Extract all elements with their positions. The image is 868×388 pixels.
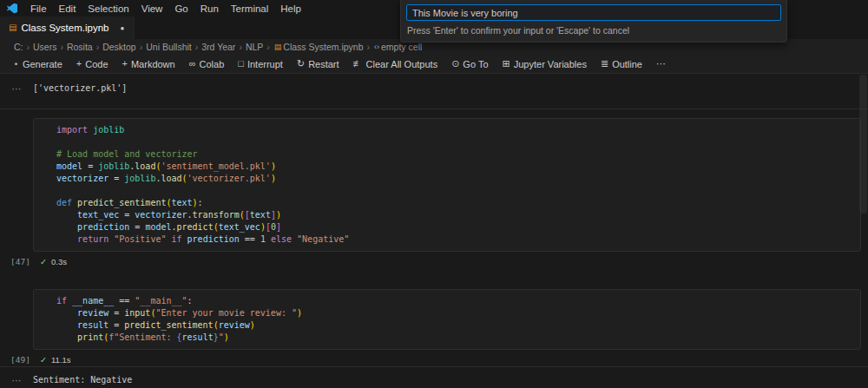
quick-input-widget: Press 'Enter' to confirm your input or '… (400, 0, 787, 43)
collapsed-cell-icon[interactable]: ⋯ (0, 82, 33, 95)
scrollbar[interactable] (859, 75, 867, 214)
toolbar-jupyter-variables-button[interactable]: ⊞Jupyter Variables (496, 57, 593, 71)
toolbar-add-code-button[interactable]: +Code (70, 57, 115, 71)
code-line: model = joblib.load('sentiment_model.pkl… (56, 161, 853, 173)
toolbar-add-markdown-label: Markdown (131, 59, 175, 69)
code-line (56, 136, 853, 148)
menu-bar: FileEditSelectionViewGoRunTerminalHelp (24, 2, 307, 16)
code-line: def predict_sentiment(text): (56, 197, 853, 209)
menu-item-run[interactable]: Run (194, 2, 225, 16)
breadcrumb-item[interactable]: Rosita (65, 42, 95, 52)
code-line (56, 185, 853, 197)
code-line: if __name__ == "__main__": (56, 295, 853, 307)
code-cell[interactable]: import joblib # Load model and vectorize… (33, 118, 861, 252)
breadcrumb-item[interactable]: Desktop (101, 42, 138, 52)
breadcrumb-item[interactable]: empty cell (379, 42, 424, 52)
breadcrumb-separator-icon: › (25, 42, 32, 52)
breadcrumb-item[interactable]: 3rd Year (200, 42, 237, 52)
code-line: text_vec = vectorizer.transform([text]) (56, 209, 853, 221)
breadcrumb-separator-icon: › (365, 42, 372, 52)
outline-list-icon: ≣ (601, 59, 608, 69)
notebook-file-icon: ▤ (274, 43, 282, 51)
cell-output-row: ⋯Sentiment: Negative (0, 367, 868, 388)
toolbar-clear-all-outputs-label: Clear All Outputs (366, 59, 438, 69)
code-line: print(f"Sentiment: {result}") (56, 332, 853, 344)
modified-dot-icon[interactable]: ● (120, 24, 124, 32)
quick-input-field[interactable] (406, 4, 781, 21)
breadcrumb-item[interactable]: Uni Bullshit (144, 42, 194, 52)
success-check-icon: ✓ (40, 355, 47, 365)
ellipsis-icon: ⋯ (656, 59, 666, 69)
toolbar-add-markdown-button[interactable]: +Markdown (116, 57, 181, 71)
toolbar-go-to-label: Go To (463, 59, 488, 69)
toolbar-restart-button[interactable]: ↻Restart (291, 57, 345, 71)
clear-all-icon: ≢ (353, 59, 363, 69)
breadcrumb-separator-icon: › (237, 42, 244, 52)
go-to-icon: ⊙ (451, 59, 459, 69)
code-line: prediction = model.predict(text_vec)[0] (56, 221, 853, 233)
toolbar-outline-label: Outline (612, 59, 642, 69)
toolbar-add-code-label: Code (85, 59, 108, 69)
breadcrumb-separator-icon: › (95, 42, 102, 52)
quick-input-hint: Press 'Enter' to confirm your input or '… (406, 21, 781, 42)
menu-item-edit[interactable]: Edit (53, 2, 82, 16)
toolbar-clear-all-outputs-button[interactable]: ≢Clear All Outputs (347, 57, 444, 71)
breadcrumb-separator-icon: › (194, 42, 201, 52)
toolbar-interrupt-label: Interrupt (247, 59, 283, 69)
execution-time: 11.1s (51, 355, 71, 365)
notebook-toolbar: ⋆Generate+Code+Markdown∞Colab□Interrupt↻… (0, 55, 868, 74)
breadcrumb-separator-icon: › (265, 42, 272, 52)
menu-item-go[interactable]: Go (168, 2, 194, 16)
cell-status-bar: [49]✓11.1s (0, 352, 868, 366)
menu-item-view[interactable]: View (135, 2, 169, 16)
execution-count: [47] (10, 257, 40, 266)
breadcrumb-item[interactable]: Class System.ipynb (281, 42, 365, 52)
breadcrumb-item[interactable]: NLP (244, 42, 265, 52)
code-line: result = predict_sentiment(review) (56, 319, 853, 332)
toolbar-generate-button[interactable]: ⋆Generate (7, 57, 69, 71)
execution-count: [49] (10, 355, 40, 365)
output-text: Sentiment: Negative (33, 374, 132, 386)
code-line: # Load model and vectorizer (56, 148, 853, 161)
toolbar-generate-label: Generate (23, 59, 62, 69)
output-text: ['vectorizer.pkl'] (33, 82, 127, 95)
tab-class-system-ipynb[interactable]: ▤ Class System.ipynb ● (0, 16, 135, 39)
tab-label: Class System.ipynb (21, 23, 108, 33)
toolbar-colab-label: Colab (200, 59, 225, 69)
variables-grid-icon: ⊞ (503, 59, 510, 69)
sparkle-icon: ⋆ (13, 59, 19, 69)
toolbar-interrupt-button[interactable]: □Interrupt (232, 57, 289, 71)
notebook: ⋯['vectorizer.pkl']import joblib # Load … (0, 74, 868, 388)
code-line: import joblib (56, 124, 853, 136)
interrupt-icon: □ (238, 59, 244, 69)
cell-status-bar: [47]✓0.3s (0, 254, 868, 268)
toolbar-outline-button[interactable]: ≣Outline (595, 57, 648, 71)
breadcrumb-separator-icon: › (58, 42, 65, 52)
vscode-logo-icon (7, 3, 17, 14)
cell-divider (0, 109, 868, 109)
breadcrumb-item[interactable]: C: (12, 42, 25, 52)
plus-icon: + (122, 59, 128, 69)
restart-icon: ↻ (297, 59, 305, 69)
collapsed-cell-icon[interactable]: ⋯ (0, 374, 33, 386)
toolbar-go-to-button[interactable]: ⊙Go To (445, 57, 494, 71)
menu-item-terminal[interactable]: Terminal (225, 2, 274, 16)
breadcrumb-separator-icon: › (138, 42, 145, 52)
toolbar-colab-button[interactable]: ∞Colab (183, 57, 231, 71)
plus-icon: + (76, 59, 82, 69)
breadcrumb-item[interactable]: Users (31, 42, 58, 52)
code-line: return "Positive" if prediction == 1 els… (56, 233, 853, 246)
menu-item-selection[interactable]: Selection (82, 2, 135, 16)
toolbar-jupyter-variables-label: Jupyter Variables (514, 59, 587, 69)
code-cell[interactable]: if __name__ == "__main__": review = inpu… (33, 289, 861, 350)
cell-output-row: ⋯['vectorizer.pkl'] (0, 74, 868, 109)
colab-icon: ∞ (189, 59, 196, 69)
menu-item-file[interactable]: File (24, 2, 53, 16)
success-check-icon: ✓ (40, 257, 47, 266)
notebook-file-icon: ▤ (9, 23, 16, 32)
menu-item-help[interactable]: Help (274, 2, 307, 16)
code-line: review = input("Enter your movie review:… (56, 307, 853, 319)
execution-time: 0.3s (51, 257, 67, 266)
code-line: vectorizer = joblib.load('vectorizer.pkl… (56, 173, 853, 185)
toolbar-more-actions-button[interactable]: ⋯ (650, 57, 672, 70)
